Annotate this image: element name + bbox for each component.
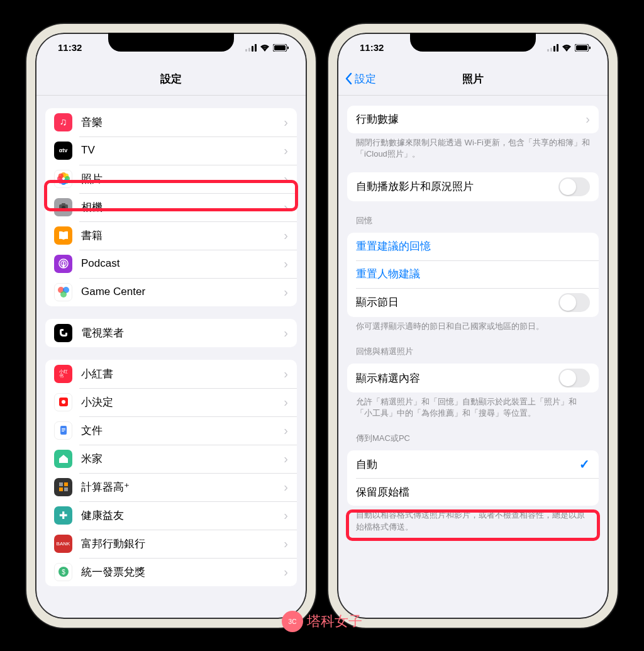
settings-list[interactable]: ♫ 音樂 › αtv TV › 照片 › 相機 › [35,96,307,619]
chevron-right-icon: › [284,395,288,409]
row-label: 重置人物建議 [356,267,590,281]
row-reset-people[interactable]: 重置人物建議 [347,260,599,288]
status-time: 11:32 [360,42,384,53]
chevron-right-icon: › [284,508,288,523]
row-invoice[interactable]: $ 統一發票兌獎 › [45,558,297,586]
nav-bar-left: 設定 [35,63,307,96]
check-icon: ✓ [579,457,590,472]
row-gamecenter[interactable]: Game Center › [45,278,297,306]
svg-rect-27 [62,428,65,429]
row-label: Podcast [81,257,275,270]
status-icons [547,44,591,52]
row-auto[interactable]: 自動 ✓ [347,450,599,478]
chevron-right-icon: › [284,200,288,214]
svg-text:$: $ [62,569,65,576]
row-calculator[interactable]: 計算器高⁺ › [45,473,297,501]
books-icon [54,226,72,245]
cable-icon [54,324,72,342]
header-memories: 回憶 [356,215,590,226]
tv-icon: αtv [54,142,72,160]
svg-rect-38 [553,46,555,52]
row-keep[interactable]: 保留原始檔 [347,478,599,506]
toggle-featured[interactable] [558,369,590,387]
chevron-right-icon: › [284,537,288,551]
svg-rect-17 [62,203,65,205]
signal-icon [245,44,257,52]
row-label: 小決定 [81,395,275,409]
svg-rect-31 [64,482,68,486]
header-featured: 回憶與精選照片 [356,346,590,357]
chevron-right-icon: › [284,367,288,381]
notch [108,33,234,52]
row-books[interactable]: 書籍 › [45,221,297,250]
row-photos[interactable]: 照片 › [45,165,297,193]
group-memories: 重置建議的回憶 重置人物建議 顯示節日 [347,233,599,317]
chevron-right-icon: › [284,452,288,466]
svg-rect-39 [557,44,558,52]
status-icons [245,44,289,52]
photos-settings[interactable]: 行動數據 › 關閉行動數據來限制只能透過 Wi-Fi更新，包含「共享的相簿」和「… [337,96,609,619]
svg-rect-37 [550,48,552,52]
page-title: 設定 [160,72,182,86]
toggle-autoplay[interactable] [558,177,590,196]
row-camera[interactable]: 相機 › [45,193,297,221]
svg-rect-42 [589,47,591,49]
row-autoplay[interactable]: 自動播放影片和原況照片 [347,172,599,201]
row-label: 音樂 [81,115,275,130]
svg-rect-33 [64,487,68,491]
row-fubon[interactable]: BANK 富邦行動銀行 › [45,530,297,558]
svg-rect-36 [547,49,549,52]
row-tvprovider[interactable]: 電視業者 › [45,319,297,347]
avatar-icon: 3C [282,611,303,632]
svg-rect-1 [248,48,250,52]
row-reset-suggested[interactable]: 重置建議的回憶 [347,233,599,260]
row-tv[interactable]: αtv TV › [45,136,297,165]
group-featured: 顯示精選內容 [347,364,599,392]
group-thirdparty-apps: 小红书 小紅書 › 小決定 › 文件 › [45,360,297,586]
svg-rect-28 [62,430,65,430]
row-label: 計算器高⁺ [81,480,275,494]
svg-rect-41 [576,45,587,50]
toggle-holidays[interactable] [558,293,590,312]
row-label: TV [81,144,275,157]
chevron-right-icon: › [586,112,590,126]
row-label: 小紅書 [81,367,275,381]
row-cellular[interactable]: 行動數據 › [347,106,599,133]
svg-rect-3 [255,44,257,52]
chevron-left-icon [345,72,352,85]
row-xiaohongshu[interactable]: 小红书 小紅書 › [45,360,297,388]
svg-rect-6 [287,47,289,49]
chevron-right-icon: › [284,257,288,271]
row-label: 保留原始檔 [356,485,590,499]
chevron-right-icon: › [284,285,288,299]
fubon-icon: BANK [54,535,72,553]
row-label: 行動數據 [356,112,577,126]
svg-rect-32 [59,487,63,491]
invoice-icon: $ [54,563,72,581]
battery-icon [575,44,591,52]
chevron-right-icon: › [284,172,288,186]
row-mihome[interactable]: 米家 › [45,445,297,473]
calculator-icon [54,478,72,496]
row-music[interactable]: ♫ 音樂 › [45,108,297,136]
wifi-icon [260,44,270,52]
row-label: 自動 [356,457,570,472]
group-cellular: 行動數據 › [347,106,599,133]
svg-rect-29 [62,431,64,431]
footer-memories: 你可選擇顯示適時的節日和自己國家或地區的節日。 [356,321,590,332]
row-featured[interactable]: 顯示精選內容 [347,364,599,392]
row-label: 健康益友 [81,508,275,523]
watermark-text: 塔科女子 [307,612,362,631]
row-health[interactable]: ✚ 健康益友 › [45,501,297,530]
svg-rect-0 [245,49,247,52]
phone-right: 11:32 設定 照片 行動數據 › 關閉行動數據來限制只能透過 Wi-Fi更新… [328,24,618,628]
signal-icon [547,44,558,52]
row-holidays[interactable]: 顯示節日 [347,288,599,317]
row-docs[interactable]: 文件 › [45,416,297,445]
svg-rect-30 [59,482,63,486]
mihome-icon [54,450,72,468]
back-button[interactable]: 設定 [345,72,376,86]
row-decision[interactable]: 小決定 › [45,388,297,416]
watermark: 3C 塔科女子 [282,611,362,632]
row-podcast[interactable]: Podcast › [45,250,297,278]
